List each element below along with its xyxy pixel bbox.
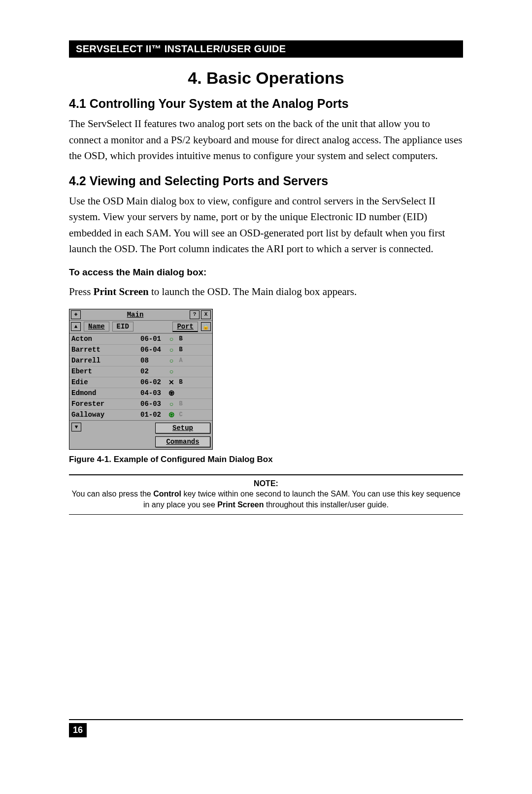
scroll-down-button[interactable]: ▼ (71, 423, 81, 431)
osd-help-button[interactable]: ? (190, 310, 200, 319)
osd-row-status-icon: ♼ (166, 411, 177, 419)
osd-row-channel: B (177, 335, 185, 342)
osd-row-status-icon: ○ (166, 346, 177, 354)
osd-row-name: Darrell (71, 357, 140, 364)
osd-row-name: Edie (71, 378, 140, 386)
instruction-text: Press Print Screen to launch the OSD. Th… (69, 286, 463, 298)
osd-row-port: 02 (140, 367, 166, 375)
osd-row-port: 06-01 (140, 335, 166, 343)
section-4-2-body: Use the OSD Main dialog box to view, con… (69, 193, 463, 257)
col-port-header[interactable]: Port (172, 322, 198, 332)
osd-row-port: 06-03 (140, 400, 166, 408)
subheading-access-main: To access the Main dialog box: (69, 267, 463, 278)
osd-row[interactable]: Barrett06-04○B (69, 344, 212, 355)
col-name-header[interactable]: Name (84, 322, 109, 331)
osd-row-port: 06-04 (140, 346, 166, 354)
osd-row-name: Ebert (71, 367, 140, 375)
osd-row-status-icon: ✕ (166, 378, 177, 386)
osd-setup-button[interactable]: Setup (155, 423, 210, 433)
osd-row-name: Edmond (71, 389, 140, 397)
section-4-1-title: 4.1 Controlling Your System at the Analo… (69, 97, 463, 111)
note-block: NOTE: You can also press the Control key… (69, 474, 463, 515)
osd-row-name: Barrett (71, 346, 140, 354)
osd-row[interactable]: Galloway01-02♼C (69, 409, 212, 420)
osd-row[interactable]: Darrell08○A (69, 355, 212, 366)
col-eid-header[interactable]: EID (112, 322, 133, 331)
osd-row-port: 04-03 (140, 389, 166, 397)
osd-commands-button[interactable]: Commands (155, 436, 210, 447)
page-footer: 16 (69, 719, 463, 737)
chapter-title: 4. Basic Operations (69, 68, 463, 88)
osd-row-name: Forester (71, 400, 140, 408)
osd-titlebar: ◈ Main ? X (69, 309, 212, 321)
osd-row-channel: B (177, 379, 185, 386)
osd-row-channel: B (177, 400, 185, 407)
osd-row-channel: A (177, 357, 185, 364)
print-screen-key-2: Print Screen (217, 500, 264, 509)
osd-row-port: 01-02 (140, 411, 166, 419)
osd-row-channel: C (177, 411, 185, 418)
scroll-up-button[interactable]: ▲ (71, 322, 81, 331)
osd-row[interactable]: Forester06-03○B (69, 398, 212, 409)
osd-column-header: ▲ Name EID Port 🔒 (69, 321, 212, 333)
osd-row-status-icon: ○ (166, 367, 177, 375)
osd-row-status-icon: ○ (166, 400, 177, 408)
osd-title: Main (81, 311, 190, 319)
osd-row-name: Acton (71, 335, 140, 343)
lock-icon[interactable]: 🔒 (201, 322, 211, 331)
osd-row[interactable]: Ebert02○ (69, 366, 212, 377)
osd-row-status-icon: ○ (166, 357, 177, 364)
osd-main-dialog: ◈ Main ? X ▲ Name EID Port 🔒 Acton06-01○… (69, 309, 213, 450)
osd-row[interactable]: Edie06-02✕B (69, 377, 212, 388)
doc-header-bar: SERVSELECT II™ INSTALLER/USER GUIDE (69, 40, 463, 58)
osd-row[interactable]: Acton06-01○B (69, 333, 212, 344)
figure-caption: Figure 4-1. Example of Configured Main D… (69, 455, 463, 464)
osd-row-port: 06-02 (140, 378, 166, 386)
print-screen-key: Print Screen (94, 286, 149, 298)
osd-row-status-icon: ○ (166, 335, 177, 343)
page-number: 16 (69, 723, 87, 737)
note-title: NOTE: (69, 478, 463, 489)
instruction-post: to launch the OSD. The Main dialog box a… (149, 286, 357, 298)
section-4-1-body: The ServSelect II features two analog po… (69, 116, 463, 164)
osd-row-status-icon: ♼ (166, 389, 177, 397)
section-4-2-title: 4.2 Viewing and Selecting Ports and Serv… (69, 174, 463, 188)
osd-row-channel: B (177, 346, 185, 353)
note-body: You can also press the Control key twice… (69, 489, 463, 510)
osd-row-name: Galloway (71, 411, 140, 419)
osd-close-button[interactable]: X (201, 310, 211, 319)
osd-system-icon[interactable]: ◈ (71, 310, 81, 319)
osd-row-port: 08 (140, 357, 166, 364)
instruction-pre: Press (69, 286, 94, 298)
osd-row[interactable]: Edmond04-03♼ (69, 388, 212, 398)
control-key: Control (153, 490, 181, 498)
osd-rows: Acton06-01○BBarrett06-04○BDarrell08○AEbe… (69, 333, 212, 420)
